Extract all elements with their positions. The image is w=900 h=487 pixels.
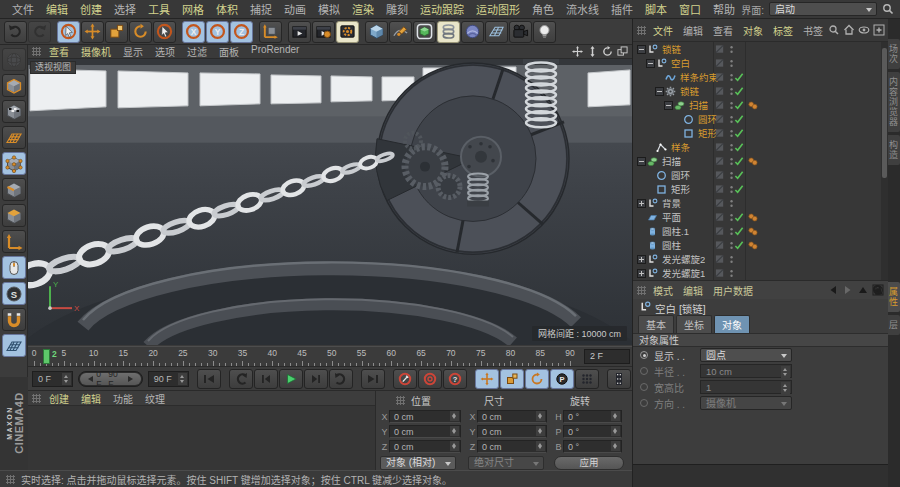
显示-dropdown[interactable]: 圆点	[700, 348, 792, 362]
expander-icon[interactable]	[646, 59, 655, 68]
drag-handle-icon[interactable]	[637, 286, 646, 295]
viewport-menu-过滤[interactable]: 过滤	[181, 44, 213, 59]
viewport-menu-选项[interactable]: 选项	[149, 44, 181, 59]
keyframe-scale-button[interactable]	[500, 369, 524, 389]
go-to-end-button[interactable]	[361, 369, 385, 389]
menu-流水线[interactable]: 流水线	[560, 1, 605, 17]
stepper-icon[interactable]	[178, 373, 187, 385]
tree-item-圆环[interactable]: 圆环	[633, 112, 888, 126]
viewport-canvas[interactable]: Y X 透视视图 网格间距 : 10000 cm	[28, 59, 632, 345]
stepper-icon[interactable]	[611, 441, 620, 451]
menu-动画[interactable]: 动画	[278, 1, 312, 17]
menu-窗口[interactable]: 窗口	[673, 1, 707, 17]
range-end-field[interactable]: 90 F	[148, 371, 189, 387]
add-icon[interactable]	[873, 24, 885, 36]
menu-捕捉[interactable]: 捕捉	[244, 1, 278, 17]
menu-插件[interactable]: 插件	[605, 1, 639, 17]
record-active-objects-button[interactable]	[393, 369, 417, 389]
axis-x-button[interactable]: X	[182, 21, 205, 43]
points-mode-button[interactable]	[2, 152, 26, 175]
expander-icon[interactable]	[637, 199, 646, 208]
keyframe-pla-button[interactable]	[575, 369, 599, 389]
layer-toggle-icon[interactable]	[715, 86, 725, 97]
radio-icon[interactable]	[640, 351, 648, 359]
pan-view-icon[interactable]	[572, 46, 583, 57]
enabled-check-icon[interactable]	[734, 212, 744, 223]
enabled-check-icon[interactable]	[734, 114, 744, 125]
宽高比-field[interactable]: 1	[700, 380, 792, 394]
keyframe-position-button[interactable]	[475, 369, 499, 389]
tag-icons[interactable]	[748, 156, 761, 167]
layer-toggle-icon[interactable]	[715, 128, 725, 139]
next-frame-button[interactable]	[304, 369, 328, 389]
stepper-icon[interactable]	[450, 441, 459, 451]
stepper-icon[interactable]	[781, 382, 790, 394]
coord-field-Z[interactable]: 0 cm	[389, 440, 461, 453]
texture-mode-button[interactable]	[2, 100, 26, 123]
tree-item-锁链[interactable]: 锁链	[633, 42, 888, 56]
light-button[interactable]	[533, 21, 556, 43]
viewport-menu-面板[interactable]: 面板	[213, 44, 245, 59]
preview-range-bar[interactable]: 0 F 90 F	[80, 373, 140, 385]
coord-field-X[interactable]: 0 cm	[389, 410, 461, 423]
tree-item-发光螺旋1[interactable]: 发光螺旋1	[633, 266, 888, 280]
keyframe-rotation-button[interactable]	[525, 369, 549, 389]
attr-menu-编辑[interactable]: 编辑	[678, 283, 708, 298]
stepper-icon[interactable]	[781, 366, 790, 378]
menu-运动图形[interactable]: 运动图形	[470, 1, 526, 17]
drag-handle-icon[interactable]	[637, 26, 646, 35]
tree-item-发光螺旋2[interactable]: 发光螺旋2	[633, 252, 888, 266]
stepper-icon[interactable]	[536, 441, 545, 451]
enabled-check-icon[interactable]	[734, 128, 744, 139]
menu-运动跟踪[interactable]: 运动跟踪	[414, 1, 470, 17]
enabled-check-icon[interactable]	[734, 142, 744, 153]
environment-floor-button[interactable]	[485, 21, 508, 43]
last-selection-button[interactable]	[153, 21, 176, 43]
om-menu-标签[interactable]: 标签	[768, 23, 798, 38]
menu-体积[interactable]: 体积	[210, 1, 244, 17]
viewport-menu-查看[interactable]: 查看	[43, 44, 75, 59]
scale-button[interactable]	[105, 21, 128, 43]
coord-field-P[interactable]: 0 °	[563, 425, 622, 438]
om-menu-编辑[interactable]: 编辑	[678, 23, 708, 38]
magnet-button[interactable]	[2, 308, 26, 331]
axis-y-button[interactable]: Y	[206, 21, 229, 43]
live-selection-button[interactable]	[57, 21, 80, 43]
tree-item-圆环[interactable]: 圆环	[633, 168, 888, 182]
menu-雕刻[interactable]: 雕刻	[380, 1, 414, 17]
coordinate-system-button[interactable]	[259, 21, 282, 43]
home-icon[interactable]	[843, 24, 855, 36]
方向-dropdown[interactable]: 摄像机	[700, 396, 792, 410]
coord-field-H[interactable]: 0 °	[563, 410, 622, 423]
autokeying-button[interactable]: ?	[443, 369, 467, 389]
workplane-button[interactable]	[2, 334, 26, 357]
stepper-icon[interactable]	[450, 426, 459, 436]
om-menu-文件[interactable]: 文件	[648, 23, 678, 38]
layer-toggle-icon[interactable]	[715, 44, 725, 55]
play-forward-button[interactable]	[279, 369, 303, 389]
drag-handle-icon[interactable]	[32, 394, 41, 403]
tag-icons[interactable]	[748, 100, 761, 111]
undo-button[interactable]	[4, 21, 27, 43]
next-key-button[interactable]	[329, 369, 353, 389]
search-icon[interactable]	[828, 24, 840, 36]
tree-item-样条[interactable]: 样条	[633, 140, 888, 154]
render-settings-button[interactable]	[336, 21, 359, 43]
visibility-dots-icon[interactable]	[727, 58, 737, 69]
previous-key-button[interactable]	[229, 369, 253, 389]
spline-pen-button[interactable]	[389, 21, 412, 43]
visibility-dots-icon[interactable]	[727, 44, 737, 55]
visibility-dots-icon[interactable]	[727, 268, 737, 279]
半径-field[interactable]: 10 cm	[700, 364, 792, 378]
attr-menu-用户数据[interactable]: 用户数据	[708, 283, 758, 298]
enabled-check-icon[interactable]	[734, 156, 744, 167]
menu-选择[interactable]: 选择	[108, 1, 142, 17]
layer-toggle-icon[interactable]	[715, 254, 725, 265]
menu-渲染[interactable]: 渲染	[346, 1, 380, 17]
layer-toggle-icon[interactable]	[715, 100, 725, 111]
search-icon[interactable]	[872, 284, 884, 296]
material-menu-编辑[interactable]: 编辑	[75, 391, 107, 406]
menu-帮助[interactable]: 帮助	[707, 1, 741, 17]
radio-icon[interactable]	[640, 399, 648, 407]
size-mode-dropdown[interactable]: 绝对尺寸	[468, 456, 544, 470]
